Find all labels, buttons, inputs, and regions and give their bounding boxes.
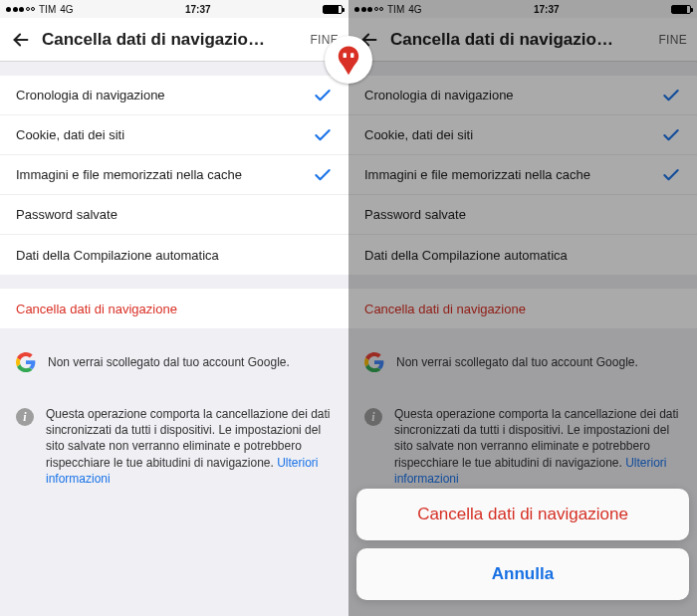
svg-rect-1: [350, 53, 353, 58]
google-logo-icon: [16, 352, 36, 372]
sync-warning-block: i Questa operazione comporta la cancella…: [348, 400, 697, 493]
clock-label: 17:37: [185, 4, 211, 15]
sync-warning-text: Questa operazione comporta la cancellazi…: [394, 406, 681, 487]
check-icon: [661, 165, 681, 185]
battery-icon: [323, 5, 343, 14]
options-list: Cronologia di navigazione Cookie, dati d…: [348, 76, 697, 275]
list-item-label: Cronologia di navigazione: [16, 88, 165, 103]
info-icon: i: [16, 408, 34, 426]
clear-section: Cancella dati di navigazione: [348, 289, 697, 328]
list-item-label: Cookie, dati dei siti: [364, 127, 473, 142]
check-icon: [313, 165, 333, 185]
list-item[interactable]: Cookie, dati dei siti: [348, 115, 697, 155]
screen-right: TIM 4G 17:37 Cancella dati di navigazio……: [348, 0, 697, 616]
clear-section: Cancella dati di navigazione: [0, 289, 348, 328]
network-label: 4G: [60, 4, 73, 15]
options-list: Cronologia di navigazione Cookie, dati d…: [0, 76, 348, 275]
action-sheet: Cancella dati di navigazione Annulla: [356, 489, 689, 608]
list-item-label: Immagini e file memorizzati nella cache: [364, 167, 590, 182]
check-icon: [313, 86, 333, 105]
list-item-label: Immagini e file memorizzati nella cache: [16, 167, 242, 182]
sheet-cancel-button[interactable]: Annulla: [356, 548, 689, 600]
page-title: Cancella dati di navigazio…: [390, 30, 648, 50]
list-item-label: Cookie, dati dei siti: [16, 127, 124, 142]
list-item[interactable]: Immagini e file memorizzati nella cache: [348, 155, 697, 195]
carrier-label: TIM: [387, 4, 404, 15]
sheet-confirm-button[interactable]: Cancella dati di navigazione: [356, 489, 689, 540]
list-item[interactable]: Cookie, dati dei siti: [0, 115, 348, 155]
page-title: Cancella dati di navigazio…: [42, 30, 300, 50]
signal-dots-icon: [6, 7, 35, 12]
list-item[interactable]: Password salvate: [348, 195, 697, 235]
list-item[interactable]: Cronologia di navigazione: [0, 76, 348, 115]
check-icon: [661, 86, 681, 105]
list-item[interactable]: Password salvate: [0, 195, 348, 235]
status-bar: TIM 4G 17:37: [0, 0, 348, 18]
carrier-label: TIM: [39, 4, 56, 15]
google-logout-notice: Non verrai scollegato dal tuo account Go…: [348, 342, 697, 382]
list-item-label: Cronologia di navigazione: [364, 88, 514, 103]
google-logout-notice: Non verrai scollegato dal tuo account Go…: [0, 342, 348, 382]
nav-header: Cancella dati di navigazio… FINE: [348, 18, 697, 62]
screen-left: TIM 4G 17:37 Cancella dati di navigazio……: [0, 0, 348, 616]
list-item-label: Dati della Compilazione automatica: [16, 248, 219, 263]
battery-icon: [671, 5, 691, 14]
google-notice-text: Non verrai scollegato dal tuo account Go…: [396, 354, 638, 370]
list-item-label: Password salvate: [364, 207, 466, 222]
list-item-label: Dati della Compilazione automatica: [364, 248, 568, 263]
sync-warning-text: Questa operazione comporta la cancellazi…: [46, 406, 333, 487]
svg-rect-0: [344, 53, 347, 58]
network-label: 4G: [408, 4, 421, 15]
done-button[interactable]: FINE: [658, 33, 687, 47]
info-icon: i: [364, 408, 382, 426]
signal-dots-icon: [354, 7, 383, 12]
list-item[interactable]: Dati della Compilazione automatica: [0, 235, 348, 275]
list-item-label: Password salvate: [16, 207, 117, 222]
list-item[interactable]: Immagini e file memorizzati nella cache: [0, 155, 348, 195]
list-item[interactable]: Cronologia di navigazione: [348, 76, 697, 115]
list-item[interactable]: Dati della Compilazione automatica: [348, 235, 697, 275]
google-notice-text: Non verrai scollegato dal tuo account Go…: [48, 354, 290, 370]
watermark-avatar-icon: [325, 36, 372, 84]
clock-label: 17:37: [534, 4, 560, 15]
sync-warning-block: i Questa operazione comporta la cancella…: [0, 400, 348, 493]
back-arrow-icon[interactable]: [10, 29, 32, 51]
check-icon: [661, 125, 681, 145]
clear-data-button[interactable]: Cancella dati di navigazione: [0, 289, 348, 328]
status-bar: TIM 4G 17:37: [348, 0, 697, 18]
clear-data-button[interactable]: Cancella dati di navigazione: [348, 289, 697, 328]
nav-header: Cancella dati di navigazio… FINE: [0, 18, 348, 62]
google-logo-icon: [364, 352, 384, 372]
check-icon: [313, 125, 333, 145]
